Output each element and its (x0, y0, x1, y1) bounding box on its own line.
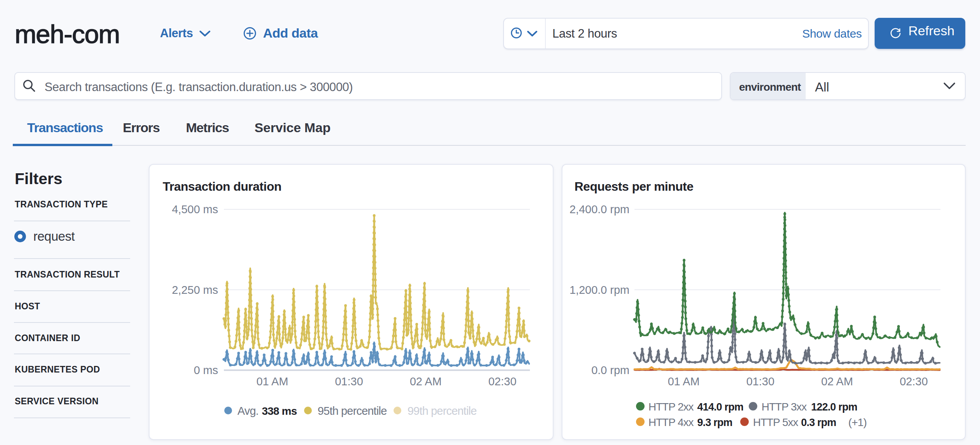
svg-text:99th percentile: 99th percentile (407, 405, 476, 417)
svg-text:122.0 rpm: 122.0 rpm (811, 401, 857, 413)
svg-text:02 AM: 02 AM (821, 375, 853, 388)
svg-text:01:30: 01:30 (335, 375, 363, 388)
svg-text:338 ms: 338 ms (262, 405, 297, 417)
svg-text:Avg.: Avg. (237, 405, 258, 417)
svg-text:4,500 ms: 4,500 ms (172, 203, 218, 216)
svg-text:01 AM: 01 AM (668, 375, 700, 388)
svg-text:9.3 rpm: 9.3 rpm (697, 417, 732, 428)
svg-text:HTTP 2xx: HTTP 2xx (648, 401, 694, 413)
svg-text:0 ms: 0 ms (194, 364, 218, 376)
svg-text:2,400.0 rpm: 2,400.0 rpm (569, 203, 629, 216)
svg-text:02:30: 02:30 (488, 375, 517, 388)
svg-text:(+1): (+1) (848, 416, 867, 428)
svg-text:02 AM: 02 AM (410, 375, 442, 388)
svg-text:0.0 rpm: 0.0 rpm (591, 364, 629, 376)
svg-text:0.3 rpm: 0.3 rpm (801, 417, 836, 428)
svg-text:01 AM: 01 AM (256, 375, 288, 388)
svg-text:95th percentile: 95th percentile (318, 405, 387, 417)
svg-text:2,250 ms: 2,250 ms (172, 284, 218, 296)
svg-text:HTTP 5xx: HTTP 5xx (753, 416, 798, 428)
svg-text:HTTP 4xx: HTTP 4xx (648, 416, 694, 428)
svg-text:01:30: 01:30 (746, 375, 775, 388)
svg-text:414.0 rpm: 414.0 rpm (697, 401, 743, 413)
svg-text:02:30: 02:30 (900, 375, 928, 388)
svg-text:1,200.0 rpm: 1,200.0 rpm (569, 284, 629, 296)
svg-text:HTTP 3xx: HTTP 3xx (762, 401, 807, 413)
